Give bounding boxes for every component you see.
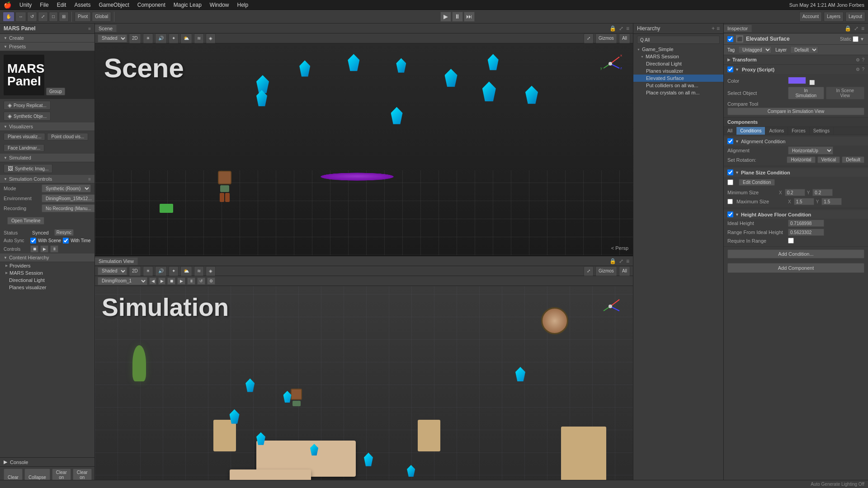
height-floor-header[interactable]: ▼ Height Above Floor Condition (724, 210, 868, 219)
scene-tab[interactable]: Scene (95, 25, 117, 32)
scene-lock-btn[interactable]: 🔒 (609, 25, 617, 32)
room-select[interactable]: DiningRoom_1 (98, 277, 147, 285)
hierarchy-menu-btn[interactable]: ≡ (717, 25, 720, 32)
static-dropdown-icon[interactable]: ▼ (860, 37, 864, 42)
in-scene-view-btn[interactable]: In Scene View (826, 87, 864, 99)
static-checkbox[interactable] (853, 36, 859, 42)
insp-maximize-btn[interactable]: ⤢ (853, 25, 859, 32)
scene-flare-btn[interactable]: ◈ (206, 33, 216, 43)
group-btn[interactable]: Group (46, 88, 65, 95)
color-swatch[interactable] (788, 77, 806, 84)
scene-light-btn[interactable]: ☀ (143, 33, 153, 43)
plane-size-header[interactable]: ▼ Plane Size Condition (724, 168, 868, 177)
add-component-btn[interactable]: Add Component (727, 263, 864, 273)
planes-viz-item[interactable]: Planes visualizer (0, 284, 94, 291)
rotate-tool-btn[interactable]: ↺ (27, 12, 37, 22)
mars-panel-menu-icon[interactable]: ≡ (88, 26, 91, 31)
vertical-btn[interactable]: Vertical (817, 156, 840, 163)
sim-fog-btn[interactable]: ≋ (194, 266, 204, 276)
menu-unity[interactable]: Unity (16, 1, 35, 9)
ctrl-pause-btn[interactable]: ⏸ (50, 245, 58, 253)
sim-controls-menu-icon[interactable]: ≡ (88, 177, 91, 182)
sim-audio-btn[interactable]: 🔊 (155, 266, 167, 276)
room-next-btn[interactable]: ▶ (158, 277, 165, 285)
sim-settings-btn[interactable]: ⚙ (207, 277, 215, 285)
scene-shaded-select[interactable]: Shaded (98, 34, 127, 42)
menu-assets[interactable]: Assets (71, 1, 94, 9)
hier-mars-session[interactable]: ▼ MARS Session (633, 53, 723, 60)
sim-play-btn[interactable]: ▶ (177, 277, 185, 285)
presets-section-header[interactable]: ▼ Presets (0, 42, 94, 51)
tab-settings[interactable]: Settings (810, 127, 834, 135)
proxy-help-icon[interactable]: ? (862, 67, 864, 72)
menu-help[interactable]: Help (234, 1, 252, 9)
floor-enable-checkbox[interactable] (727, 211, 733, 217)
edit-condition-btn[interactable]: Edit Condition (739, 179, 775, 186)
synthetic-obj-btn[interactable]: ◈ Synthetic Obje... (4, 112, 51, 121)
tab-forces[interactable]: Forces (788, 127, 810, 135)
sim-light-btn[interactable]: ☀ (143, 266, 153, 276)
mode-select[interactable]: Synthetic (Room) (42, 184, 91, 192)
face-landmark-btn[interactable]: Face Landmar... (4, 144, 44, 152)
layer-select[interactable]: Default (790, 46, 818, 53)
sim-step-btn[interactable]: ↺ (197, 277, 205, 285)
layout-btn[interactable]: Layout (845, 12, 865, 22)
hier-game-simple[interactable]: ▼ Game_Simple (633, 46, 723, 53)
menu-edit[interactable]: Edit (53, 1, 70, 9)
scene-2d-btn[interactable]: 2D (129, 33, 141, 43)
resync-btn[interactable]: Resync (54, 229, 74, 236)
planes-viz-btn[interactable]: Planes visualiz... (4, 133, 45, 141)
proxy-replicate-btn[interactable]: ◈ Proxy Replicat... (4, 101, 51, 110)
sim-menu-btn[interactable]: ≡ (625, 258, 630, 264)
alignment-enable-checkbox[interactable] (727, 138, 733, 144)
sim-2d-btn[interactable]: 2D (129, 266, 141, 276)
menu-file[interactable]: File (36, 1, 52, 9)
proxy-enable-checkbox[interactable] (727, 66, 733, 72)
default-rotation-btn[interactable]: Default (842, 156, 864, 163)
scene-menu-btn[interactable]: ≡ (625, 25, 630, 32)
menu-magicleap[interactable]: Magic Leap (170, 1, 205, 9)
scene-audio-btn[interactable]: 🔊 (155, 33, 167, 43)
sim-stop-btn[interactable]: ⏹ (167, 277, 175, 285)
horizontal-btn[interactable]: Horizontal (787, 156, 815, 163)
tab-all[interactable]: All (724, 127, 736, 135)
sim-maximize2-btn[interactable]: ⤢ (584, 266, 594, 276)
with-time-checkbox[interactable] (63, 238, 69, 244)
content-hierarchy-header[interactable]: ▼ Content Hierarchy (0, 253, 94, 262)
sim-shaded-select[interactable]: Shaded (98, 267, 127, 275)
move-tool-btn[interactable]: ↔ (15, 12, 26, 22)
menu-component[interactable]: Component (134, 1, 169, 9)
max-x-input[interactable] (794, 198, 814, 205)
recording-select[interactable]: No Recording (Manu... (42, 204, 95, 212)
sim-fx-btn[interactable]: ✦ (169, 266, 179, 276)
account-btn[interactable]: Account (799, 12, 822, 22)
ideal-height-input[interactable] (788, 220, 824, 227)
range-ideal-input[interactable] (788, 229, 824, 236)
transform-comp-header[interactable]: ▶ Transform ⚙ ? (724, 55, 868, 64)
transform-settings-icon[interactable]: ⚙ (856, 57, 860, 62)
insp-lock-btn[interactable]: 🔒 (844, 25, 852, 32)
compare-simulation-btn[interactable]: Compare in Simulation View (727, 108, 864, 115)
sim-maximize-btn[interactable]: ⤢ (618, 258, 624, 264)
tag-select[interactable]: Untagged (738, 46, 772, 53)
scene-sky-btn[interactable]: ⛅ (180, 33, 192, 43)
in-simulation-btn[interactable]: In Simulation (788, 87, 824, 99)
scene-all-btn[interactable]: All (619, 33, 630, 43)
add-condition-btn[interactable]: Add Condition... (727, 249, 864, 258)
mars-session-item[interactable]: ▶ MARS Session (0, 269, 94, 277)
scene-fog-btn[interactable]: ≋ (194, 33, 204, 43)
with-scene-checkbox[interactable] (30, 238, 36, 244)
obj-active-checkbox[interactable] (727, 36, 733, 42)
visualizers-section-header[interactable]: ▼ Visualizers (0, 122, 94, 131)
rect-tool-btn[interactable]: □ (49, 12, 58, 22)
create-section-header[interactable]: ▼ Create (0, 34, 94, 42)
open-timeline-btn[interactable]: Open Timeline (7, 217, 44, 225)
tab-actions[interactable]: Actions (765, 127, 788, 135)
menu-gameobject[interactable]: GameObject (95, 1, 132, 9)
plane-size-enable-checkbox[interactable] (727, 169, 733, 175)
global-btn[interactable]: Global (92, 12, 111, 22)
alignment-condition-header[interactable]: ▼ Alignment Condition (724, 137, 868, 145)
transform-help-icon[interactable]: ? (862, 57, 864, 62)
ctrl-stop-btn[interactable]: ⏹ (30, 245, 38, 253)
scene-fx-btn[interactable]: ✦ (169, 33, 179, 43)
